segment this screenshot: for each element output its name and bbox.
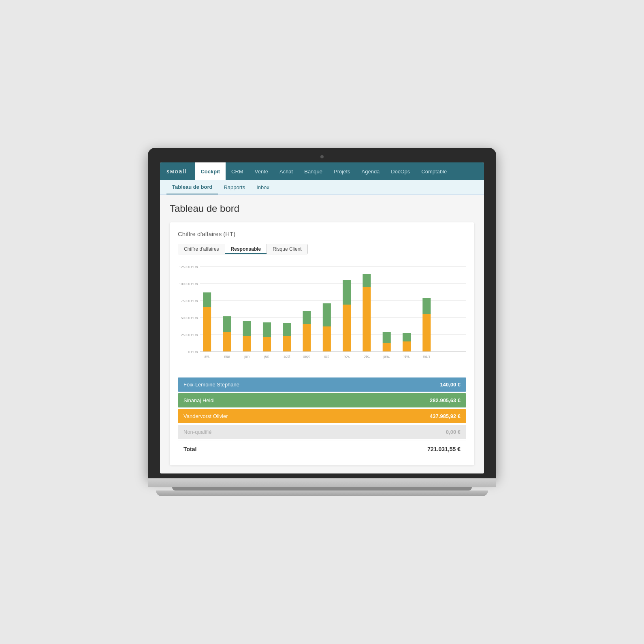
svg-text:mai: mai [224,354,230,358]
legend-name-nonqualifie: Non-qualifié [183,429,211,435]
camera [320,155,324,158]
chart-tabs: Chiffre d'affaires Responsable Risque Cl… [178,244,308,254]
legend-row-nonqualifie[interactable]: Non-qualifié 0,00 € [178,425,466,439]
nav-item-projets[interactable]: Projets [328,162,356,180]
svg-text:sept.: sept. [303,354,311,358]
svg-text:mars: mars [423,354,430,358]
subnav-rapports[interactable]: Rapports [218,180,251,194]
svg-rect-16 [223,316,231,332]
svg-text:50000 EUR: 50000 EUR [181,316,198,320]
svg-rect-45 [422,314,431,352]
svg-text:75000 EUR: 75000 EUR [181,299,198,303]
svg-rect-13 [203,292,211,307]
svg-text:avr.: avr. [204,354,209,358]
svg-text:janv.: janv. [383,354,390,358]
svg-rect-15 [223,332,231,352]
nav-item-docops[interactable]: DocOps [385,162,416,180]
svg-text:125000 EUR: 125000 EUR [179,265,198,269]
legend-value-vandervorst: 437.985,92 € [430,413,461,419]
svg-rect-27 [303,324,311,352]
chart-area: 125000 EUR 100000 EUR 75000 EUR 50000 EU… [178,262,466,369]
total-label: Total [183,446,196,452]
svg-text:nov.: nov. [344,354,350,358]
svg-rect-31 [323,303,331,326]
screen: sмoall Cockpit CRM Vente Achat Banque Pr… [160,162,484,473]
svg-rect-36 [363,287,371,352]
legend-name-vandervorst: Vandervorst Olivier [183,413,228,419]
bar-chart: 125000 EUR 100000 EUR 75000 EUR 50000 EU… [178,262,466,368]
svg-rect-39 [383,343,391,352]
legend-value-sinanaj: 282.905,63 € [430,397,461,403]
svg-text:févr.: févr. [403,354,410,358]
svg-rect-46 [422,298,431,314]
main-card: Chiffre d'affaires (HT) Chiffre d'affair… [170,222,474,465]
nav-item-cockpit[interactable]: Cockpit [195,162,226,180]
nav-item-comptable[interactable]: Comptable [416,162,452,180]
screen-bezel: sмoall Cockpit CRM Vente Achat Banque Pr… [148,148,496,478]
svg-text:août: août [284,354,290,358]
svg-rect-28 [303,311,311,324]
page-title: Tableau de bord [170,203,474,214]
svg-rect-25 [283,323,291,336]
svg-rect-34 [343,280,351,305]
svg-rect-12 [203,307,211,352]
legend-rows: Foix-Lemoine Stephane 140,00 € Sinanaj H… [178,377,466,457]
svg-rect-22 [263,322,271,337]
laptop-base [156,490,488,496]
svg-rect-33 [343,305,351,352]
legend-value-nonqualifie: 0,00 € [446,429,461,435]
nav-item-vente[interactable]: Vente [249,162,274,180]
svg-text:25000 EUR: 25000 EUR [181,333,198,337]
total-value: 721.031,55 € [427,446,461,452]
svg-text:déc.: déc. [364,354,370,358]
nav-item-crm[interactable]: CRM [226,162,249,180]
svg-text:0 EUR: 0 EUR [188,350,198,354]
nav-item-achat[interactable]: Achat [274,162,299,180]
subnav-tableau[interactable]: Tableau de bord [166,180,218,194]
legend-name-foix: Foix-Lemoine Stephane [183,382,239,388]
svg-rect-19 [243,321,251,336]
svg-rect-43 [403,333,411,341]
tab-responsable[interactable]: Responsable [225,244,267,254]
subnav-inbox[interactable]: Inbox [251,180,275,194]
svg-rect-21 [263,337,271,352]
card-title: Chiffre d'affaires (HT) [178,230,466,237]
legend-row-foix[interactable]: Foix-Lemoine Stephane 140,00 € [178,377,466,392]
laptop-bottom [148,478,496,487]
svg-rect-40 [383,332,391,343]
nav-item-banque[interactable]: Banque [299,162,328,180]
laptop-frame: sмoall Cockpit CRM Vente Achat Banque Pr… [148,148,496,496]
svg-text:juin: juin [244,354,249,358]
laptop-hinge [172,487,472,490]
svg-rect-42 [403,341,411,352]
nav-items: Cockpit CRM Vente Achat Banque Projets A… [195,162,452,180]
sub-navigation: Tableau de bord Rapports Inbox [160,180,484,195]
top-navigation: sмoall Cockpit CRM Vente Achat Banque Pr… [160,162,484,180]
nav-item-agenda[interactable]: Agenda [356,162,386,180]
tab-risque[interactable]: Risque Client [267,244,307,254]
legend-name-sinanaj: Sinanaj Heidi [183,397,215,403]
svg-text:juil.: juil. [264,354,269,358]
svg-rect-30 [323,326,331,352]
svg-text:100000 EUR: 100000 EUR [179,282,198,286]
legend-value-foix: 140,00 € [440,382,461,388]
svg-rect-37 [363,274,371,287]
svg-text:oct.: oct. [324,354,329,358]
legend-row-sinanaj[interactable]: Sinanaj Heidi 282.905,63 € [178,393,466,407]
logo: sмoall [166,168,187,175]
svg-rect-24 [283,336,291,352]
total-row: Total 721.031,55 € [178,441,466,457]
tab-chiffre[interactable]: Chiffre d'affaires [178,244,225,254]
page-content: Tableau de bord Chiffre d'affaires (HT) … [160,195,484,473]
svg-rect-18 [243,336,251,352]
legend-row-vandervorst[interactable]: Vandervorst Olivier 437.985,92 € [178,409,466,423]
